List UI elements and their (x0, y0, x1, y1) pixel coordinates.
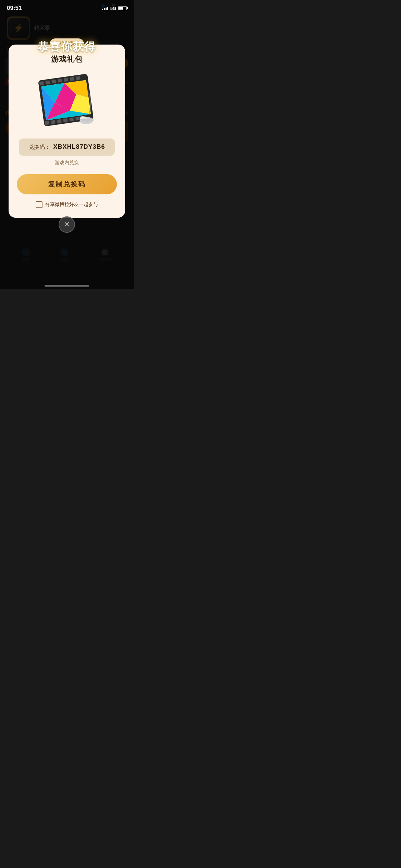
congrats-banner: 恭喜你获得 (0, 39, 134, 55)
close-button[interactable]: ✕ (59, 216, 75, 233)
svg-rect-12 (69, 118, 74, 122)
battery-icon (118, 6, 127, 10)
code-value: XBXHL87DY3B6 (53, 143, 105, 150)
svg-rect-4 (58, 79, 62, 83)
svg-rect-7 (76, 76, 80, 80)
status-time: 09:51 (7, 5, 22, 12)
reward-modal: 绝区零 游戏礼包 (9, 45, 125, 218)
svg-rect-6 (70, 77, 74, 81)
signal-bars-icon (102, 6, 108, 10)
share-checkbox[interactable] (36, 201, 42, 208)
copy-code-button[interactable]: 复制兑换码 (17, 174, 117, 194)
svg-rect-9 (51, 120, 56, 124)
modal-content: 游戏礼包 (9, 45, 125, 208)
modal-title: 游戏礼包 (51, 54, 83, 64)
svg-rect-11 (63, 118, 68, 122)
svg-rect-3 (51, 80, 56, 84)
exchange-hint: 游戏内兑换 (55, 160, 79, 166)
network-type: 5G (110, 6, 116, 11)
home-indicator (45, 285, 89, 287)
status-icons: 5G (102, 6, 127, 11)
code-label: 兑换码： (28, 144, 50, 150)
share-label: 分享微博拉好友一起参与 (45, 202, 98, 208)
status-bar: 09:51 5G (0, 0, 134, 14)
svg-rect-1 (39, 81, 44, 85)
svg-rect-13 (75, 117, 80, 121)
svg-rect-10 (57, 119, 61, 123)
share-row: 分享微博拉好友一起参与 (36, 201, 98, 208)
congrats-text: 恭喜你获得 (38, 40, 96, 53)
film-reel-icon (36, 70, 98, 132)
svg-rect-2 (45, 80, 50, 84)
svg-rect-8 (45, 121, 49, 125)
code-box: 兑换码：XBXHL87DY3B6 (19, 138, 114, 156)
svg-rect-5 (64, 78, 68, 82)
